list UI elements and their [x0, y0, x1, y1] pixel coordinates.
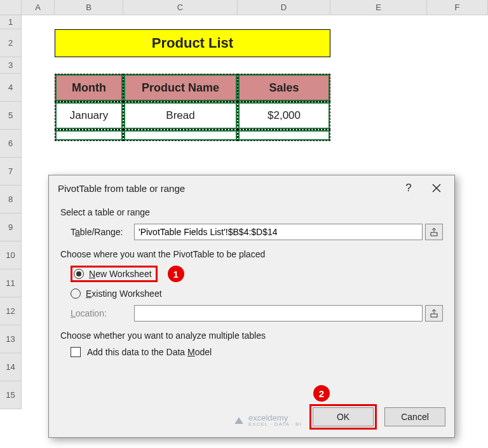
col-header-a[interactable]: A — [22, 0, 55, 15]
cell-empty[interactable] — [55, 130, 123, 141]
col-header-f[interactable]: F — [427, 0, 488, 15]
section-select-range: Select a table or range — [60, 207, 443, 217]
radio-new-worksheet[interactable] — [74, 269, 84, 279]
collapse-range-icon — [430, 227, 438, 236]
location-label: Location: — [71, 308, 134, 318]
dialog-title: PivotTable from table or range — [58, 183, 395, 194]
col-header-b[interactable]: B — [55, 0, 123, 15]
checkbox-data-model[interactable] — [71, 347, 81, 357]
header-sales[interactable]: Sales — [238, 74, 330, 102]
watermark: exceldemy EXCEL · DATA · BI — [233, 413, 302, 427]
row-header[interactable]: 15 — [0, 381, 22, 409]
row-header[interactable]: 14 — [0, 353, 22, 381]
row-headers: 1 2 3 4 5 6 7 8 9 10 11 12 13 14 15 — [0, 15, 22, 409]
close-icon — [432, 184, 441, 193]
row-header[interactable]: 10 — [0, 241, 22, 269]
row-header[interactable]: 8 — [0, 186, 22, 214]
svg-rect-2 — [431, 233, 437, 236]
watermark-icon — [233, 414, 245, 426]
collapse-range-button[interactable] — [425, 224, 443, 240]
sheet-title-cell[interactable]: Product List — [55, 29, 330, 57]
svg-rect-3 — [431, 314, 437, 317]
help-button[interactable]: ? — [395, 177, 423, 200]
radio-new-worksheet-label: New Worksheet — [89, 269, 152, 279]
row-header[interactable]: 1 — [0, 15, 22, 29]
col-header-c[interactable]: C — [123, 0, 238, 15]
row-header[interactable]: 11 — [0, 269, 22, 297]
highlight-ok: OK — [309, 404, 377, 430]
dialog-footer: 2 OK Cancel — [309, 404, 445, 430]
radio-existing-worksheet[interactable] — [71, 288, 81, 299]
radio-existing-worksheet-label: Existing Worksheet — [86, 288, 162, 299]
row-header[interactable]: 13 — [0, 325, 22, 353]
callout-1: 1 — [168, 266, 184, 282]
cell-empty[interactable] — [238, 130, 330, 141]
row-header[interactable]: 5 — [0, 102, 22, 130]
ok-button[interactable]: OK — [313, 407, 374, 426]
header-product[interactable]: Product Name — [123, 74, 238, 102]
cell-product[interactable]: Bread — [123, 102, 238, 130]
table-range-input[interactable] — [134, 224, 423, 240]
cell-sales[interactable]: $2,000 — [238, 102, 330, 130]
section-placement: Choose where you want the PivotTable to … — [60, 249, 443, 259]
data-table: Month Product Name Sales January Bread $… — [55, 74, 330, 141]
collapse-range-icon — [430, 309, 438, 318]
row-header[interactable]: 9 — [0, 214, 22, 241]
row-header[interactable]: 3 — [0, 57, 22, 74]
cell-month[interactable]: January — [55, 102, 123, 130]
callout-2: 2 — [313, 385, 330, 402]
col-header-e[interactable]: E — [330, 0, 427, 15]
section-multiple-tables: Choose whether you want to analyze multi… — [60, 330, 443, 341]
cancel-button[interactable]: Cancel — [384, 407, 445, 426]
row-header[interactable]: 4 — [0, 74, 22, 102]
row-header[interactable]: 7 — [0, 158, 22, 186]
close-button[interactable] — [423, 177, 451, 200]
row-header[interactable]: 2 — [0, 29, 22, 57]
location-input — [134, 305, 423, 322]
table-range-label: Table/Range: — [71, 227, 134, 237]
highlight-new-worksheet: New Worksheet — [71, 266, 158, 282]
dialog-titlebar: PivotTable from table or range ? — [49, 175, 454, 201]
collapse-location-button[interactable] — [425, 305, 443, 322]
checkbox-data-model-label: Add this data to the Data Model — [87, 347, 212, 357]
row-header[interactable]: 6 — [0, 130, 22, 158]
select-all-corner[interactable] — [0, 0, 22, 15]
pivottable-dialog: PivotTable from table or range ? Select … — [48, 175, 455, 438]
column-headers: A B C D E F — [0, 0, 488, 15]
header-month[interactable]: Month — [55, 74, 123, 102]
watermark-sub: EXCEL · DATA · BI — [248, 421, 302, 427]
cell-empty[interactable] — [123, 130, 238, 141]
col-header-d[interactable]: D — [238, 0, 330, 15]
row-header[interactable]: 12 — [0, 297, 22, 325]
